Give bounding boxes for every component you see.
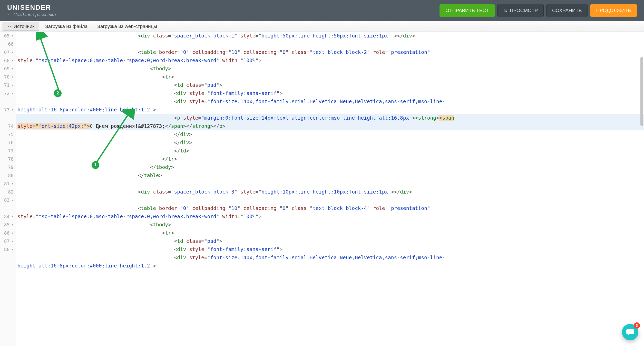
continue-button[interactable]: ПРОДОЛЖИТЬ <box>590 4 637 17</box>
code-line[interactable]: <div style="font-size:14px;font-family:A… <box>16 98 644 106</box>
code-line[interactable] <box>16 196 644 204</box>
code-viewport[interactable]: <div class="spacer_block block-1" style=… <box>16 32 644 346</box>
gutter-line: 80 <box>0 171 14 180</box>
code-line[interactable]: <div style="font-family:sans-serif"> <box>16 89 644 98</box>
gutter-line: 82 <box>0 188 14 196</box>
code-line[interactable]: style="mso-table-lspace:0;mso-table-rspa… <box>16 56 644 65</box>
gutter-line: 78 <box>0 155 14 163</box>
chat-icon <box>626 329 634 335</box>
code-line[interactable]: height-alt:16.8px;color:#000;line-height… <box>16 106 644 114</box>
code-line[interactable]: <div class="spacer_block block-3" style=… <box>16 188 644 196</box>
save-button[interactable]: СОХРАНИТЬ <box>546 4 588 17</box>
gutter-line: 73 <box>0 106 14 114</box>
code-line[interactable]: <table border="0" cellpadding="10" cells… <box>16 204 644 213</box>
gutter-line: 86 <box>0 229 14 237</box>
tab-file[interactable]: Загрузка из файла <box>40 21 92 32</box>
gutter-line: 75 <box>0 130 14 139</box>
gutter-line: 83 <box>0 196 14 204</box>
code-line[interactable]: <p style="margin:0;font-size:14px;text-a… <box>16 114 644 122</box>
gutter-line: 76 <box>0 139 14 147</box>
svg-line-1 <box>506 11 507 12</box>
code-line[interactable] <box>16 40 644 48</box>
gutter-line: 88 <box>0 245 14 254</box>
code-line[interactable] <box>16 180 644 188</box>
tab-source[interactable]: Источник <box>3 22 39 31</box>
chat-badge: 3 <box>634 322 640 329</box>
code-line[interactable]: <td class="pad"> <box>16 81 644 89</box>
gutter-line: 67 <box>0 48 14 56</box>
tab-file-label: Загрузка из файла <box>45 24 87 29</box>
line-gutter: 6566676869707172737475767778798081828384… <box>0 32 16 346</box>
code-editor[interactable]: 6566676869707172737475767778798081828384… <box>0 32 644 346</box>
gutter-line: 84 <box>0 213 14 221</box>
header-left: UNISENDER ←Создание рассылки <box>7 4 56 17</box>
tab-web-label: Загрузка из web-страницы <box>97 24 157 29</box>
code-line[interactable]: style="mso-table-lspace:0;mso-table-rspa… <box>16 213 644 221</box>
code-line[interactable]: <div style="font-family:sans-serif"> <box>16 245 644 254</box>
scrollbar-thumb[interactable] <box>640 57 643 126</box>
code-line[interactable]: </div> <box>16 139 644 147</box>
gutter-line: 72 <box>0 89 14 98</box>
code-line[interactable]: </tbody> <box>16 163 644 171</box>
app-logo: UNISENDER <box>7 4 56 12</box>
code-line[interactable]: </td> <box>16 147 644 155</box>
code-line[interactable]: <div style="font-size:14px;font-family:A… <box>16 254 644 262</box>
gutter-line: 85 <box>0 221 14 229</box>
code-line[interactable]: <tr> <box>16 73 644 81</box>
chat-fab[interactable]: 3 <box>622 324 638 340</box>
gutter-line: 65 <box>0 32 14 40</box>
vertical-scrollbar[interactable] <box>640 32 643 346</box>
send-test-label: ОТПРАВИТЬ ТЕСТ <box>445 8 489 13</box>
gutter-line: 74 <box>0 122 14 130</box>
code-line[interactable]: </tr> <box>16 155 644 163</box>
code-line[interactable]: style="font-size:42px;">С Днем рождения!… <box>16 122 644 130</box>
code-line[interactable]: <table border="0" cellpadding="10" cells… <box>16 48 644 56</box>
gutter-line: 81 <box>0 180 14 188</box>
breadcrumb-text: Создание рассылки <box>13 12 56 17</box>
gutter-line: 66 <box>0 40 14 48</box>
gutter-line: 68 <box>0 56 14 65</box>
header-actions: ОТПРАВИТЬ ТЕСТ ПРОСМОТР СОХРАНИТЬ ПРОДОЛ… <box>440 4 637 17</box>
preview-label: ПРОСМОТР <box>510 8 538 13</box>
code-line[interactable]: <tr> <box>16 229 644 237</box>
code-line[interactable]: </table> <box>16 171 644 180</box>
send-test-button[interactable]: ОТПРАВИТЬ ТЕСТ <box>440 4 495 17</box>
gutter-line: 77 <box>0 147 14 155</box>
editor-tabbar: Источник Загрузка из файла Загрузка из w… <box>0 21 644 32</box>
code-line[interactable]: <tbody> <box>16 65 644 73</box>
code-line[interactable]: <tbody> <box>16 221 644 229</box>
gutter-line: 71 <box>0 81 14 89</box>
breadcrumb[interactable]: ←Создание рассылки <box>7 12 56 17</box>
gutter-line: 79 <box>0 163 14 171</box>
continue-label: ПРОДОЛЖИТЬ <box>596 8 631 13</box>
back-arrow-icon[interactable]: ← <box>7 12 12 17</box>
code-line[interactable]: <div class="spacer_block block-1" style=… <box>16 32 644 40</box>
gutter-line: 69 <box>0 65 14 73</box>
gutter-line: 70 <box>0 73 14 81</box>
gutter-line <box>0 204 14 213</box>
gutter-line: 87 <box>0 237 14 245</box>
save-label: СОХРАНИТЬ <box>552 8 582 13</box>
gutter-line <box>0 98 14 106</box>
gutter-line <box>0 114 14 122</box>
zoom-icon <box>503 8 508 13</box>
source-icon <box>7 24 12 28</box>
code-line[interactable]: height-alt:16.8px;color:#000;line-height… <box>16 262 644 270</box>
tab-web[interactable]: Загрузка из web-страницы <box>92 21 162 32</box>
code-line[interactable]: </div> <box>16 130 644 139</box>
code-line[interactable]: <td class="pad"> <box>16 237 644 245</box>
tab-source-label: Источник <box>14 24 34 29</box>
gutter-line <box>0 254 14 262</box>
preview-button[interactable]: ПРОСМОТР <box>497 4 544 17</box>
top-header: UNISENDER ←Создание рассылки ОТПРАВИТЬ Т… <box>0 0 644 21</box>
